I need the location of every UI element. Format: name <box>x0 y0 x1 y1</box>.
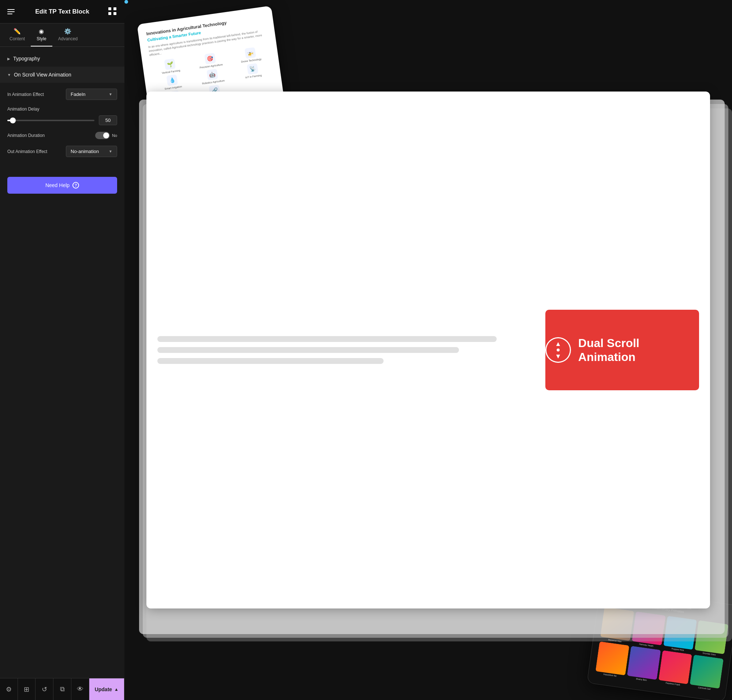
scroll-animation-section-header[interactable]: ▼ On Scroll View Animation <box>0 67 125 83</box>
vertical-farming-icon: 🌱 <box>164 58 176 70</box>
sidebar-panel: Edit TP Text Block ✏️ Content ◉ Style ⚙️… <box>0 0 125 700</box>
need-help-button[interactable]: Need Help ? <box>7 177 117 194</box>
scroll-arrows: ▲ ▼ <box>555 340 561 360</box>
hamburger-icon[interactable] <box>7 7 16 16</box>
up-arrow-icon: ▲ <box>555 340 561 347</box>
nft-img-5 <box>595 641 629 675</box>
update-button[interactable]: Update ▲ <box>89 678 125 700</box>
content-line-3 <box>157 358 384 364</box>
list-item: 🎯 Precision Agriculture <box>190 50 230 69</box>
animation-delay-value[interactable]: 50 <box>99 115 117 125</box>
agri-item-label: Drone Technology <box>241 57 262 63</box>
blue-dot <box>125 0 128 4</box>
scroll-animation-body: In Animation Effect FadeIn ▼ Animation D… <box>0 83 125 169</box>
update-chevron-icon: ▲ <box>114 687 119 692</box>
style-icon: ◉ <box>39 28 44 35</box>
in-animation-dropdown[interactable]: FadeIn ▼ <box>66 88 117 100</box>
toggle-track[interactable] <box>95 132 110 139</box>
nft-img-7 <box>659 650 692 684</box>
nft-img-8 <box>690 654 723 688</box>
dual-scroll-card: ▲ ▼ Dual Scroll Animation <box>146 91 710 609</box>
list-item: 🤖 Robotics Agriculture <box>193 67 232 86</box>
in-animation-row: In Animation Effect FadeIn ▼ <box>7 88 117 100</box>
animation-delay-label: Animation Delay <box>7 107 117 112</box>
animation-delay-thumb[interactable] <box>10 118 16 124</box>
iot-icon: 📡 <box>247 63 259 75</box>
typography-label: Typography <box>13 56 40 62</box>
list-item: 💧 Smart Irrigation <box>153 72 193 91</box>
out-animation-value: No-animation <box>71 149 99 154</box>
scroll-animation-arrow-icon: ▼ <box>7 73 11 77</box>
tab-advanced-label: Advanced <box>58 36 78 41</box>
copy-icon[interactable]: ⧉ <box>53 678 71 700</box>
in-animation-value: FadeIn <box>71 91 85 97</box>
out-dropdown-chevron-icon: ▼ <box>109 149 112 153</box>
sidebar-header: Edit TP Text Block <box>0 0 125 24</box>
dual-scroll-title: Dual Scroll Animation <box>578 336 699 364</box>
update-label: Update <box>95 687 112 692</box>
list-item: 🌱 Vertical Farming <box>150 56 190 75</box>
settings-icon[interactable]: ⚙ <box>0 678 18 700</box>
toggle-value: No <box>112 133 117 138</box>
drone-tech-icon: 🚁 <box>244 47 256 59</box>
tab-style-label: Style <box>37 36 47 41</box>
smart-irrigation-icon: 💧 <box>166 74 178 86</box>
animation-duration-toggle[interactable]: No <box>95 132 117 139</box>
list-item: Carnival Carl <box>689 654 723 691</box>
need-help-label: Need Help <box>46 182 69 188</box>
dual-scroll-red-panel: ▲ ▼ Dual Scroll Animation <box>545 310 699 390</box>
agri-item-label: Smart Irrigation <box>164 85 182 90</box>
robotics-icon: 🤖 <box>206 68 218 80</box>
content-lines <box>157 336 534 364</box>
dropdown-chevron-icon: ▼ <box>109 92 112 96</box>
in-animation-label: In Animation Effect <box>7 92 66 97</box>
animation-duration-label: Animation Duration <box>7 133 45 138</box>
advanced-icon: ⚙️ <box>64 28 71 35</box>
tab-content[interactable]: ✏️ Content <box>4 24 31 47</box>
typography-section-header[interactable]: ▶ Typography <box>0 50 125 67</box>
canvas-area: Innovations in Agricultural Technology C… <box>125 0 732 700</box>
animation-delay-slider-row: 50 <box>7 115 117 125</box>
scroll-icon: ▲ ▼ <box>545 337 571 363</box>
precision-agri-icon: 🎯 <box>204 53 216 65</box>
list-item: Fearless Frank <box>658 650 692 687</box>
typography-arrow-icon: ▶ <box>7 57 10 61</box>
grid-icon[interactable] <box>108 7 117 16</box>
animation-delay-track[interactable] <box>7 120 94 121</box>
down-arrow-icon: ▼ <box>555 353 561 360</box>
out-animation-label: Out Animation Effect <box>7 149 66 154</box>
content-line-2 <box>157 347 459 353</box>
tab-content-label: Content <box>10 36 25 41</box>
animation-delay-section: Animation Delay 50 <box>7 107 117 125</box>
help-question-icon: ? <box>72 182 79 188</box>
out-animation-dropdown[interactable]: No-animation ▼ <box>66 146 117 157</box>
content-line-1 <box>157 336 497 342</box>
sidebar-footer: ⚙ ⊞ ↺ ⧉ 👁 Update ▲ <box>0 678 125 700</box>
out-animation-row: Out Animation Effect No-animation ▼ <box>7 146 117 157</box>
list-item: Brainy Ben <box>626 646 661 682</box>
tab-advanced[interactable]: ⚙️ Advanced <box>52 24 84 47</box>
agri-item-label: Vertical Farming <box>162 69 181 74</box>
animation-duration-row: Animation Duration No <box>7 132 117 139</box>
sidebar-content: ▶ Typography ▼ On Scroll View Animation … <box>0 47 125 678</box>
list-item: 🚁 Drone Technology <box>231 45 270 64</box>
panel-title: Edit TP Text Block <box>35 8 89 15</box>
content-icon: ✏️ <box>13 28 21 35</box>
history-icon[interactable]: ↺ <box>35 678 53 700</box>
list-item: Inquisitive Ike <box>595 641 629 678</box>
tab-style[interactable]: ◉ Style <box>31 24 52 47</box>
agri-item-label: IoT in Farming <box>245 74 262 79</box>
layers-icon[interactable]: ⊞ <box>18 678 36 700</box>
scroll-animation-label: On Scroll View Animation <box>14 72 71 78</box>
list-item: 📡 IoT in Farming <box>233 61 273 80</box>
eye-icon[interactable]: 👁 <box>71 678 89 700</box>
toggle-knob <box>103 132 109 138</box>
tab-bar: ✏️ Content ◉ Style ⚙️ Advanced <box>0 24 125 47</box>
nft-img-6 <box>627 646 661 679</box>
